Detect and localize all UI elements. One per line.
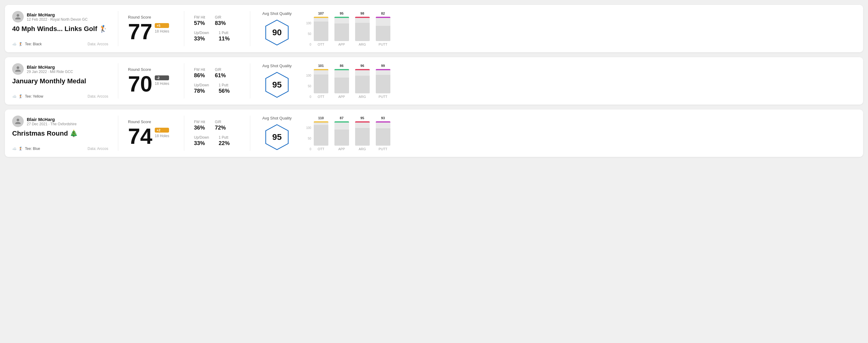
- stats-row-bottom: Up/Down 33% 1 Putt 22%: [194, 135, 240, 147]
- score-section: Round Score 74 +2 18 Holes: [121, 116, 182, 151]
- fw-hit-label: FW Hit: [194, 67, 205, 72]
- bar-group-ott: 110 OTT: [314, 116, 328, 151]
- user-row: Blair McHarg 27 Dec 2021 · The Oxfordshi…: [12, 116, 108, 127]
- bag-icon: 🏌: [19, 42, 23, 46]
- user-row: Blair McHarg 29 Jan 2022 · Mill Ride GCC: [12, 63, 108, 75]
- avatar: [12, 116, 24, 127]
- gir-label: GIR: [215, 120, 226, 124]
- divider-1: [118, 11, 118, 46]
- data-source: Data: Arccos: [88, 94, 108, 98]
- divider-2: [184, 11, 184, 46]
- person-icon: [14, 66, 21, 72]
- player-name: Blair McHarg: [27, 12, 88, 17]
- score-main: 70 -2 18 Holes: [128, 73, 174, 95]
- one-putt-label: 1 Putt: [219, 135, 229, 139]
- one-putt-stat: 1 Putt 56%: [219, 83, 229, 94]
- bar-body: [376, 69, 391, 93]
- up-down-label: Up/Down: [194, 83, 209, 87]
- divider-1: [118, 116, 118, 151]
- round-card-3: Blair McHarg 27 Dec 2021 · The Oxfordshi…: [5, 110, 863, 157]
- bar-group-arg: 98 ARG: [355, 11, 370, 46]
- bar-group-putt: 93 PUTT: [376, 116, 391, 151]
- bar-chart: 100 50 0 101 OTT 86 APP: [306, 63, 856, 98]
- tee-info: ☁️ 🏌 Tee: Black: [12, 42, 42, 46]
- round-title: 40 Mph Winds... Links Golf 🏌️: [12, 25, 108, 33]
- divider-3: [250, 116, 250, 151]
- player-name: Blair McHarg: [27, 64, 73, 70]
- date-course: 12 Feb 2022 · Royal North Devon GC: [27, 17, 88, 22]
- quality-section: Avg Shot Quality 95: [253, 63, 301, 98]
- avatar: [12, 11, 24, 23]
- bar-group-app: 95 APP: [335, 11, 349, 46]
- fw-hit-stat: FW Hit 57%: [194, 15, 205, 27]
- gir-label: GIR: [215, 67, 226, 72]
- user-info: Blair McHarg 27 Dec 2021 · The Oxfordshi…: [27, 117, 76, 126]
- bar-chart: 100 50 0 110 OTT 87 APP: [306, 116, 856, 151]
- y-axis: 100 50 0: [306, 22, 311, 46]
- user-info: Blair McHarg 29 Jan 2022 · Mill Ride GCC: [27, 64, 73, 74]
- stats-row-top: FW Hit 36% GIR 72%: [194, 120, 240, 131]
- up-down-label: Up/Down: [194, 31, 209, 35]
- bar-group-app: 87 APP: [335, 116, 349, 151]
- bar-body: [355, 121, 370, 146]
- round-score-label: Round Score: [128, 67, 174, 72]
- tee-info: ☁️ 🏌 Tee: Blue: [12, 147, 40, 151]
- bar-body: [355, 69, 370, 93]
- fw-hit-stat: FW Hit 86%: [194, 67, 205, 79]
- hex-score: 90: [272, 28, 282, 37]
- hexagon-container: 90: [263, 19, 291, 46]
- score-badge-holes: +2 18 Holes: [155, 125, 169, 138]
- score-section: Round Score 77 +5 18 Holes: [121, 11, 182, 46]
- gir-label: GIR: [215, 15, 226, 20]
- bar-body: [314, 17, 328, 41]
- bag-icon: 🏌: [19, 94, 23, 98]
- bar-body: [376, 17, 391, 41]
- one-putt-value: 56%: [219, 88, 229, 94]
- fw-hit-value: 57%: [194, 20, 205, 27]
- score-diff-badge: +5: [155, 23, 169, 28]
- score-number: 74: [128, 125, 152, 147]
- fw-hit-label: FW Hit: [194, 15, 205, 20]
- bar-body: [355, 17, 370, 41]
- bar-body: [314, 69, 328, 93]
- avatar: [12, 63, 24, 75]
- holes-text: 18 Holes: [155, 82, 169, 86]
- bag-icon: 🏌: [19, 147, 23, 151]
- one-putt-label: 1 Putt: [219, 83, 229, 87]
- quality-section: Avg Shot Quality 95: [253, 116, 301, 151]
- divider-2: [184, 63, 184, 98]
- divider-2: [184, 116, 184, 151]
- score-number: 77: [128, 21, 152, 42]
- up-down-stat: Up/Down 78%: [194, 83, 209, 94]
- up-down-value: 33%: [194, 36, 209, 42]
- y-axis: 100 50 0: [306, 74, 311, 98]
- stats-section: FW Hit 57% GIR 83% Up/Down 33% 1 Putt 11…: [187, 11, 247, 46]
- fw-hit-value: 36%: [194, 125, 205, 131]
- stats-row-top: FW Hit 86% GIR 61%: [194, 67, 240, 79]
- user-info: Blair McHarg 12 Feb 2022 · Royal North D…: [27, 12, 88, 22]
- tee-info: ☁️ 🏌 Tee: Yellow: [12, 94, 43, 98]
- gir-value: 72%: [215, 125, 226, 131]
- player-name: Blair McHarg: [27, 117, 76, 122]
- bar-body: [376, 121, 391, 146]
- up-down-value: 78%: [194, 88, 209, 94]
- user-row: Blair McHarg 12 Feb 2022 · Royal North D…: [12, 11, 108, 23]
- gir-stat: GIR 83%: [215, 15, 226, 27]
- one-putt-stat: 1 Putt 11%: [219, 31, 229, 42]
- stats-row-bottom: Up/Down 78% 1 Putt 56%: [194, 83, 240, 94]
- up-down-value: 33%: [194, 140, 209, 147]
- stats-section: FW Hit 36% GIR 72% Up/Down 33% 1 Putt 22…: [187, 116, 247, 151]
- divider-1: [118, 63, 118, 98]
- gir-stat: GIR 61%: [215, 67, 226, 79]
- chart-section: 100 50 0 101 OTT 86 APP: [301, 63, 856, 98]
- bar-body: [335, 17, 349, 41]
- bar-group-putt: 99 PUTT: [376, 63, 391, 98]
- bar-group-arg: 96 ARG: [355, 63, 370, 98]
- round-title: Christmas Round 🎄: [12, 129, 108, 137]
- hex-score: 95: [272, 80, 282, 90]
- up-down-stat: Up/Down 33%: [194, 135, 209, 147]
- tee-label: Tee: Black: [25, 42, 42, 46]
- bottom-row: ☁️ 🏌 Tee: Blue Data: Arccos: [12, 147, 108, 151]
- person-icon: [14, 118, 21, 125]
- bar-group-arg: 95 ARG: [355, 116, 370, 151]
